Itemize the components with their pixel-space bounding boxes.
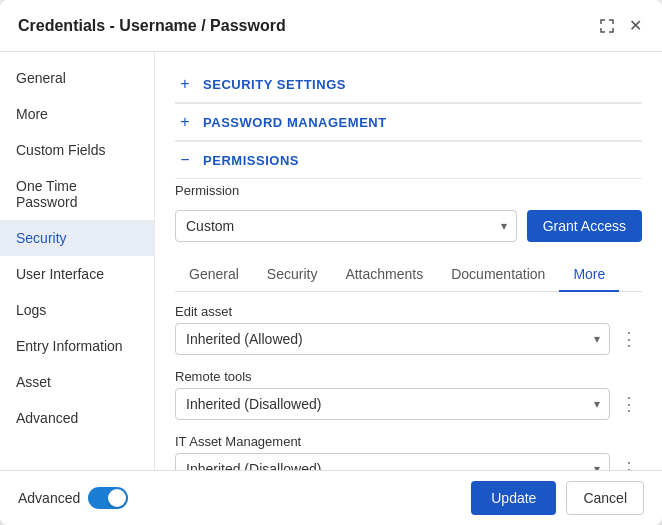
permissions-label: PERMISSIONS [203,153,299,168]
advanced-toggle-label: Advanced [18,490,80,506]
sidebar-item-security[interactable]: Security [0,220,154,256]
modal-title: Credentials - Username / Password [18,17,286,35]
permission-row: Custom ▾ Grant Access [175,210,642,242]
sidebar-item-general[interactable]: General [0,60,154,96]
field-group-edit-asset: Edit asset Inherited (Allowed) ▾ ⋮ [175,304,642,355]
field-group-remote-tools: Remote tools Inherited (Disallowed) ▾ ⋮ [175,369,642,420]
remote-tools-label: Remote tools [175,369,642,384]
edit-asset-row: Inherited (Allowed) ▾ ⋮ [175,323,642,355]
tab-documentation[interactable]: Documentation [437,258,559,292]
it-asset-select[interactable]: Inherited (Disallowed) [175,453,610,470]
remote-tools-select-wrapper: Inherited (Disallowed) ▾ [175,388,610,420]
permissions-section-header[interactable]: − PERMISSIONS [175,142,642,179]
modal: Credentials - Username / Password ✕ Gene… [0,0,662,525]
it-asset-label: IT Asset Management [175,434,642,449]
edit-asset-select-wrapper: Inherited (Allowed) ▾ [175,323,610,355]
tab-attachments[interactable]: Attachments [331,258,437,292]
remote-tools-more-icon: ⋮ [620,393,638,415]
modal-header: Credentials - Username / Password ✕ [0,0,662,52]
advanced-toggle-group: Advanced [18,487,128,509]
field-group-it-asset: IT Asset Management Inherited (Disallowe… [175,434,642,470]
sidebar-item-more[interactable]: More [0,96,154,132]
security-settings-section[interactable]: + SECURITY SETTINGS [175,66,642,103]
edit-asset-menu-button[interactable]: ⋮ [616,326,642,352]
footer-buttons: Update Cancel [471,481,644,515]
permission-fields: Edit asset Inherited (Allowed) ▾ ⋮ [175,304,642,470]
cancel-button[interactable]: Cancel [566,481,644,515]
password-management-label: PASSWORD MANAGEMENT [203,115,387,130]
restore-button[interactable] [597,16,617,36]
main-content: + SECURITY SETTINGS + PASSWORD MANAGEMEN… [155,52,662,470]
sidebar-item-entry-info[interactable]: Entry Information [0,328,154,364]
grant-access-button[interactable]: Grant Access [527,210,642,242]
edit-asset-more-icon: ⋮ [620,328,638,350]
edit-asset-label: Edit asset [175,304,642,319]
tab-general[interactable]: General [175,258,253,292]
sidebar-item-user-interface[interactable]: User Interface [0,256,154,292]
header-icons: ✕ [597,14,644,37]
sidebar-item-logs[interactable]: Logs [0,292,154,328]
sidebar-item-otp[interactable]: One Time Password [0,168,154,220]
remote-tools-menu-button[interactable]: ⋮ [616,391,642,417]
sidebar-item-advanced[interactable]: Advanced [0,400,154,436]
security-settings-expand-icon: + [175,74,195,94]
password-management-expand-icon: + [175,112,195,132]
edit-asset-select[interactable]: Inherited (Allowed) [175,323,610,355]
sidebar-item-asset[interactable]: Asset [0,364,154,400]
permissions-content: Permission Custom ▾ Grant Access General… [175,183,642,470]
remote-tools-select[interactable]: Inherited (Disallowed) [175,388,610,420]
permissions-tabs: General Security Attachments Documentati… [175,258,642,292]
it-asset-more-icon: ⋮ [620,458,638,470]
update-button[interactable]: Update [471,481,556,515]
advanced-toggle-thumb [108,489,126,507]
modal-body: General More Custom Fields One Time Pass… [0,52,662,470]
permissions-expand-icon: − [175,150,195,170]
sidebar-item-custom-fields[interactable]: Custom Fields [0,132,154,168]
close-icon: ✕ [629,16,642,35]
permission-field-label: Permission [175,183,642,198]
modal-footer: Advanced Update Cancel [0,470,662,525]
it-asset-select-wrapper: Inherited (Disallowed) ▾ [175,453,610,470]
close-button[interactable]: ✕ [627,14,644,37]
permission-select[interactable]: Custom [175,210,517,242]
remote-tools-row: Inherited (Disallowed) ▾ ⋮ [175,388,642,420]
it-asset-menu-button[interactable]: ⋮ [616,456,642,470]
advanced-toggle-switch[interactable] [88,487,128,509]
tab-more[interactable]: More [559,258,619,292]
security-settings-label: SECURITY SETTINGS [203,77,346,92]
it-asset-row: Inherited (Disallowed) ▾ ⋮ [175,453,642,470]
sidebar: General More Custom Fields One Time Pass… [0,52,155,470]
permission-select-wrapper: Custom ▾ [175,210,517,242]
tab-security[interactable]: Security [253,258,332,292]
password-management-section[interactable]: + PASSWORD MANAGEMENT [175,104,642,141]
